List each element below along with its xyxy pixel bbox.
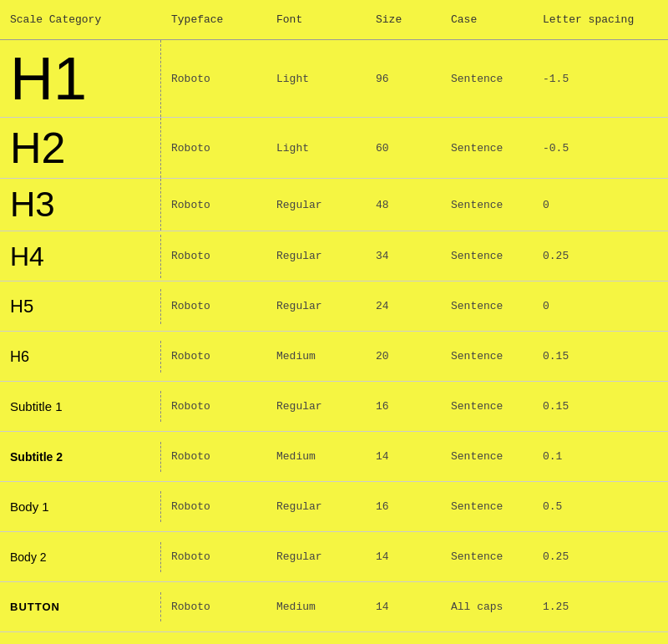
scale-label: Body 1 [10,499,49,514]
font-cell: Regular [266,190,366,220]
scale-label: Body 2 [10,550,47,564]
font-cell: Regular [266,392,366,421]
typeface-cell: Roboto [161,542,266,571]
scale-label: H1 [10,48,87,109]
case-cell: Sentence [441,542,533,571]
scale-category-cell: H6 [0,341,161,373]
scale-label: Subtitle 1 [10,399,63,413]
scale-category-cell: Body 1 [0,491,161,522]
size-cell: 20 [366,342,441,371]
size-cell: 14 [366,592,441,621]
scale-category-cell: H4 [0,235,161,278]
case-cell: Sentence [441,442,533,471]
scale-label: H4 [10,243,44,270]
typeface-cell: Roboto [161,134,266,163]
size-cell: 16 [366,492,441,521]
spacing-cell: 0.15 [533,342,668,371]
table-row: Body 1 Roboto Regular 16 Sentence 0.5 [0,482,668,532]
typography-table: Scale Category Typeface Font Size Case L… [0,0,668,644]
spacing-cell: -0.5 [533,134,668,163]
size-cell: 14 [366,442,441,471]
spacing-cell: 0.25 [533,542,668,571]
spacing-cell: 0.15 [533,392,668,421]
table-row: Subtitle 2 Roboto Medium 14 Sentence 0.1 [0,432,668,482]
scale-label: H5 [10,297,33,316]
table-row: H4 Roboto Regular 34 Sentence 0.25 [0,231,668,281]
table-row: Subtitle 1 Roboto Regular 16 Sentence 0.… [0,382,668,432]
header-letter-spacing: Letter spacing [533,0,668,39]
case-cell: Sentence [441,342,533,371]
font-cell: Medium [266,592,366,621]
table-row: H3 Roboto Regular 48 Sentence 0 [0,179,668,231]
font-cell: Light [266,64,366,94]
table-row: H5 Roboto Regular 24 Sentence 0 [0,281,668,332]
spacing-cell: 0 [533,190,668,220]
table-row: Body 2 Roboto Regular 14 Sentence 0.25 [0,532,668,582]
header-typeface: Typeface [161,0,266,39]
case-cell: Sentence [441,492,533,521]
font-cell: Regular [266,492,366,521]
font-cell: Regular [266,241,366,271]
table-row: H1 Roboto Light 96 Sentence -1.5 [0,40,668,118]
table-row: H6 Roboto Medium 20 Sentence 0.15 [0,332,668,382]
scale-category-cell: BUTTON [0,592,161,621]
font-cell: Regular [266,542,366,571]
scale-label: Subtitle 2 [10,450,63,464]
size-cell: 48 [366,190,441,220]
scale-category-cell: H5 [0,289,161,324]
case-cell: Sentence [441,392,533,421]
typeface-cell: Roboto [161,64,266,94]
case-cell: Sentence [441,190,533,220]
scale-label: BUTTON [10,601,60,613]
size-cell: 24 [366,292,441,321]
typeface-cell: Roboto [161,342,266,371]
table-body: H1 Roboto Light 96 Sentence -1.5 H2 Robo… [0,40,668,644]
scale-category-cell: H3 [0,179,161,231]
spacing-cell: 0 [533,292,668,321]
scale-label: H2 [10,126,65,170]
case-cell: Sentence [441,134,533,163]
size-cell: 60 [366,134,441,163]
header-case: Case [441,0,533,39]
scale-category-cell: H1 [0,40,161,117]
typeface-cell: Roboto [161,492,266,521]
typeface-cell: Roboto [161,392,266,421]
scale-category-cell: H2 [0,118,161,178]
scale-category-cell: Body 2 [0,542,161,572]
size-cell: 16 [366,392,441,421]
case-cell: Sentence [441,64,533,94]
typeface-cell: Roboto [161,241,266,271]
typeface-cell: Roboto [161,190,266,220]
font-cell: Light [266,134,366,163]
typeface-cell: Roboto [161,442,266,471]
header-scale-category: Scale Category [0,0,161,39]
table-header: Scale Category Typeface Font Size Case L… [0,0,668,40]
case-cell: Sentence [441,241,533,271]
header-font: Font [266,0,366,39]
scale-category-cell: Subtitle 2 [0,442,161,472]
table-row: H2 Roboto Light 60 Sentence -0.5 [0,118,668,179]
case-cell: Sentence [441,292,533,321]
spacing-cell: 0.25 [533,241,668,271]
spacing-cell: 0.1 [533,442,668,471]
typeface-cell: Roboto [161,592,266,621]
scale-label: H6 [10,349,29,364]
spacing-cell: -1.5 [533,64,668,94]
spacing-cell: 1.25 [533,592,668,621]
font-cell: Medium [266,342,366,371]
scale-label: H3 [10,187,55,222]
spacing-cell: 0.5 [533,492,668,521]
size-cell: 14 [366,542,441,571]
font-cell: Medium [266,442,366,471]
size-cell: 96 [366,64,441,94]
header-size: Size [366,0,441,39]
table-row: Caption Roboto Regular 12 Sentence 0.4 [0,632,668,644]
typeface-cell: Roboto [161,292,266,321]
font-cell: Regular [266,292,366,321]
size-cell: 34 [366,241,441,271]
scale-category-cell: Subtitle 1 [0,391,161,422]
case-cell: All caps [441,592,533,621]
table-row: BUTTON Roboto Medium 14 All caps 1.25 [0,582,668,632]
